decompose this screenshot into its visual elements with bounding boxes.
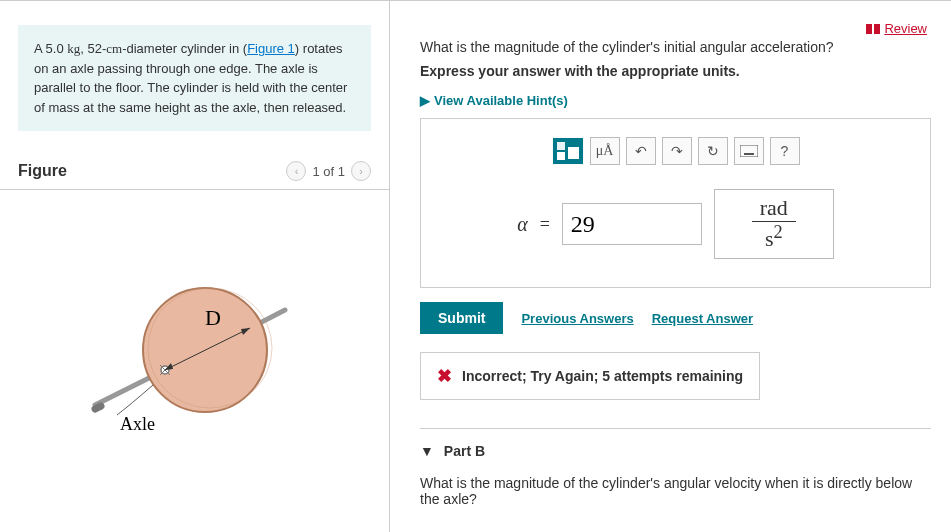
svg-rect-15 <box>557 142 565 150</box>
cylinder-diagram: D Axle <box>75 230 315 450</box>
triangle-down-icon: ▼ <box>420 443 434 459</box>
length-unit: cm <box>106 41 122 56</box>
equals-symbol: = <box>540 214 550 235</box>
svg-rect-18 <box>740 145 758 157</box>
next-figure-button[interactable]: › <box>351 161 371 181</box>
d-label: D <box>205 305 221 330</box>
units-box[interactable]: rad s2 <box>714 189 834 259</box>
part-a-question: What is the magnitude of the cylinder's … <box>420 39 931 55</box>
unit-exp: 2 <box>774 222 783 242</box>
axle-label: Axle <box>120 414 155 434</box>
figure-title: Figure <box>18 162 67 180</box>
prev-figure-button[interactable]: ‹ <box>286 161 306 181</box>
part-b-header[interactable]: ▼ Part B <box>420 428 931 459</box>
problem-text-2: , 52- <box>80 41 106 56</box>
help-tool[interactable]: ? <box>770 137 800 165</box>
right-column: Review What is the magnitude of the cyli… <box>390 1 951 532</box>
answer-area: μÅ ↶ ↷ ↻ ? α = rad s2 <box>420 118 931 288</box>
value-input[interactable] <box>562 203 702 245</box>
reset-tool[interactable]: ↻ <box>698 137 728 165</box>
part-b-title: Part B <box>444 443 485 459</box>
problem-text-3: -diameter cylinder in ( <box>122 41 247 56</box>
figure-link[interactable]: Figure 1 <box>247 41 295 56</box>
figure-pager: ‹ 1 of 1 › <box>286 161 371 181</box>
review-text: Review <box>884 21 927 36</box>
figure-body: D Axle <box>0 190 389 450</box>
previous-answers-link[interactable]: Previous Answers <box>521 311 633 326</box>
submit-button[interactable]: Submit <box>420 302 503 334</box>
input-row: α = rad s2 <box>421 189 930 259</box>
svg-rect-17 <box>568 147 579 159</box>
redo-tool[interactable]: ↷ <box>662 137 692 165</box>
unit-denominator: s2 <box>752 222 796 252</box>
svg-rect-12 <box>866 24 872 34</box>
answer-actions: Submit Previous Answers Request Answer <box>420 302 931 334</box>
part-a-instruction: Express your answer with the appropriate… <box>420 63 931 79</box>
svg-line-3 <box>95 406 101 409</box>
review-link[interactable]: Review <box>866 21 927 36</box>
triangle-right-icon: ▶ <box>420 93 430 108</box>
svg-rect-16 <box>557 152 565 160</box>
left-column: A 5.0 kg, 52-cm-diameter cylinder in (Fi… <box>0 1 390 532</box>
figure-count: 1 of 1 <box>312 164 345 179</box>
incorrect-icon: ✖ <box>437 365 452 387</box>
mass-unit: kg <box>67 41 80 56</box>
feedback-box: ✖ Incorrect; Try Again; 5 attempts remai… <box>420 352 760 400</box>
figure-header: Figure ‹ 1 of 1 › <box>0 161 389 190</box>
unit-base: s <box>765 227 774 252</box>
unit-numerator: rad <box>752 195 796 222</box>
template-icon <box>553 138 583 164</box>
part-b-question: What is the magnitude of the cylinder's … <box>420 475 931 507</box>
book-icon <box>866 23 880 35</box>
units-tool[interactable]: μÅ <box>590 137 620 165</box>
templates-tool[interactable] <box>552 137 584 165</box>
view-hints-link[interactable]: ▶ View Available Hint(s) <box>420 93 931 108</box>
feedback-text: Incorrect; Try Again; 5 attempts remaini… <box>462 368 743 384</box>
request-answer-link[interactable]: Request Answer <box>652 311 753 326</box>
hints-text: View Available Hint(s) <box>434 93 568 108</box>
problem-text-1: A 5.0 <box>34 41 67 56</box>
keyboard-tool[interactable] <box>734 137 764 165</box>
units-fraction: rad s2 <box>752 195 796 252</box>
alpha-symbol: α <box>517 213 528 236</box>
problem-statement: A 5.0 kg, 52-cm-diameter cylinder in (Fi… <box>18 25 371 131</box>
svg-rect-13 <box>874 24 880 34</box>
keyboard-icon <box>740 145 758 157</box>
answer-toolbar: μÅ ↶ ↷ ↻ ? <box>421 137 930 165</box>
undo-tool[interactable]: ↶ <box>626 137 656 165</box>
